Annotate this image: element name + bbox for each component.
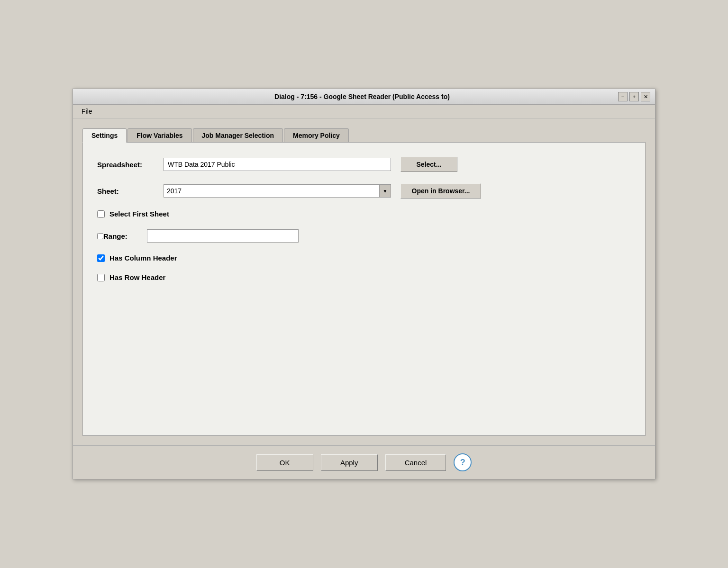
apply-button[interactable]: Apply	[321, 454, 378, 471]
ok-button[interactable]: OK	[256, 454, 313, 471]
sheet-select[interactable]: 2017	[164, 185, 379, 197]
help-button[interactable]: ?	[454, 453, 472, 471]
dialog-footer: OK Apply Cancel ?	[73, 445, 655, 479]
menu-bar: File	[73, 105, 655, 118]
main-content: Settings Flow Variables Job Manager Sele…	[73, 118, 655, 445]
spreadsheet-input[interactable]	[164, 158, 391, 171]
tab-flow-variables[interactable]: Flow Variables	[127, 128, 191, 142]
select-first-sheet-checkbox[interactable]	[97, 210, 105, 218]
minimize-button[interactable]: −	[618, 92, 628, 101]
window-title: Dialog - 7:156 - Google Sheet Reader (Pu…	[106, 93, 618, 100]
has-row-header-row: Has Row Header	[97, 273, 631, 281]
dialog-window: Dialog - 7:156 - Google Sheet Reader (Pu…	[73, 89, 655, 479]
select-first-sheet-row: Select First Sheet	[97, 210, 631, 218]
tab-job-manager[interactable]: Job Manager Selection	[193, 128, 283, 142]
sheet-row: Sheet: 2017 ▼ Open in Browser...	[97, 183, 631, 198]
sheet-label: Sheet:	[97, 187, 164, 195]
has-column-header-row: Has Column Header	[97, 254, 631, 262]
has-column-header-checkbox[interactable]	[97, 254, 105, 262]
cancel-button[interactable]: Cancel	[385, 454, 446, 471]
settings-panel: Spreadsheet: Select... Sheet: 2017 ▼ Ope…	[82, 142, 646, 436]
title-bar: Dialog - 7:156 - Google Sheet Reader (Pu…	[73, 89, 655, 105]
spreadsheet-label: Spreadsheet:	[97, 161, 164, 169]
has-row-header-label: Has Row Header	[109, 273, 165, 281]
select-button[interactable]: Select...	[400, 157, 457, 172]
tab-bar: Settings Flow Variables Job Manager Sele…	[82, 128, 646, 142]
range-input[interactable]	[147, 229, 299, 243]
sheet-dropdown[interactable]: 2017 ▼	[164, 184, 391, 198]
dropdown-arrow-icon: ▼	[379, 185, 391, 197]
select-first-sheet-label: Select First Sheet	[109, 210, 169, 218]
menu-file[interactable]: File	[79, 107, 95, 116]
range-checkbox[interactable]	[97, 233, 103, 239]
open-browser-button[interactable]: Open in Browser...	[400, 183, 481, 198]
window-controls: − + ✕	[618, 92, 650, 101]
range-row: Range:	[97, 229, 631, 243]
tab-settings[interactable]: Settings	[82, 128, 127, 143]
has-row-header-checkbox[interactable]	[97, 274, 105, 281]
range-label: Range:	[103, 232, 141, 240]
close-button[interactable]: ✕	[641, 92, 650, 101]
spreadsheet-row: Spreadsheet: Select...	[97, 157, 631, 172]
maximize-button[interactable]: +	[629, 92, 639, 101]
has-column-header-label: Has Column Header	[109, 254, 177, 262]
tab-memory-policy[interactable]: Memory Policy	[284, 128, 349, 142]
